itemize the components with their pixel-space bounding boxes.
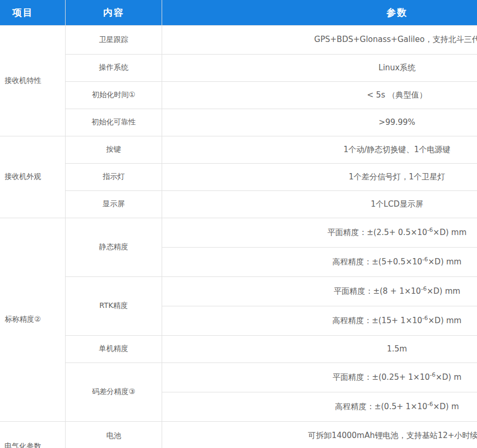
table-row: 标称精度②静态精度平面精度：±(2.5+ 0.5×10-6×D) mm <box>0 218 477 247</box>
content-label-cell: 电池 <box>66 421 162 448</box>
param-value-cell: 1个差分信号灯，1个卫星灯 <box>162 163 477 190</box>
col-header-content: 内容 <box>66 0 162 25</box>
content-label-cell: 按键 <box>66 136 162 163</box>
content-label-cell: 静态精度 <box>66 218 162 276</box>
spec-table-body: 接收机特性卫星跟踪GPS+BDS+Glonass+Galileo，支持北斗三代操… <box>0 25 477 448</box>
param-value-cell: 平面精度：±(2.5+ 0.5×10-6×D) mm <box>162 218 477 247</box>
content-label-cell: 初始化可靠性 <box>66 109 162 136</box>
spec-table: 项目 内容 参数 接收机特性卫星跟踪GPS+BDS+Glonass+Galile… <box>0 0 477 448</box>
content-label-cell: 码差分精度③ <box>66 362 162 421</box>
table-row: 初始化时间①< 5s （典型值） <box>0 81 477 109</box>
content-label-cell: 显示屏 <box>66 190 162 218</box>
param-value-cell: GPS+BDS+Glonass+Galileo，支持北斗三代 <box>162 25 477 54</box>
content-label-cell: 卫星跟踪 <box>66 25 162 54</box>
table-row: 操作系统Linux系统 <box>0 54 477 81</box>
content-label-cell: 初始化时间① <box>66 81 162 109</box>
param-value-cell: 1个LCD显示屏 <box>162 190 477 218</box>
table-row: 单机精度1.5m <box>0 335 477 362</box>
header-row: 项目 内容 参数 <box>0 0 477 25</box>
table-row: 接收机外观按键1个动/静态切换键、1个电源键 <box>0 136 477 163</box>
content-label-cell: 指示灯 <box>66 163 162 190</box>
param-value-cell: >99.99% <box>162 109 477 136</box>
content-label-cell: 操作系统 <box>66 54 162 81</box>
table-row: 电气化参数电池可拆卸14000mAh锂电池，支持基站12+小时续航 <box>0 421 477 448</box>
section-label-cell: 接收机特性 <box>0 25 66 136</box>
section-label-cell: 接收机外观 <box>0 136 66 218</box>
col-header-item: 项目 <box>0 0 66 25</box>
param-value-cell: 高程精度：±(5+0.5×10-6×D) mm <box>162 247 477 276</box>
content-label-cell: 单机精度 <box>66 335 162 362</box>
section-label-cell: 电气化参数 <box>0 421 66 448</box>
table-row: 接收机特性卫星跟踪GPS+BDS+Glonass+Galileo，支持北斗三代 <box>0 25 477 54</box>
param-value-cell: 可拆卸14000mAh锂电池，支持基站12+小时续航 <box>162 421 477 448</box>
param-value-cell: 平面精度：±(8 + 1×10-6×D) mm <box>162 276 477 306</box>
param-value-cell: < 5s （典型值） <box>162 81 477 109</box>
content-label-cell: RTK精度 <box>66 276 162 335</box>
param-value-cell: Linux系统 <box>162 54 477 81</box>
param-value-cell: 高程精度：±(15+ 1×10-6×D) mm <box>162 306 477 335</box>
table-row: 指示灯1个差分信号灯，1个卫星灯 <box>0 163 477 190</box>
section-label-cell: 标称精度② <box>0 218 66 421</box>
spec-table-viewport: 项目 内容 参数 接收机特性卫星跟踪GPS+BDS+Glonass+Galile… <box>0 0 477 448</box>
param-value-cell: 1个动/静态切换键、1个电源键 <box>162 136 477 163</box>
table-row: RTK精度平面精度：±(8 + 1×10-6×D) mm <box>0 276 477 306</box>
spec-table-header: 项目 内容 参数 <box>0 0 477 25</box>
col-header-param: 参数 <box>162 0 477 25</box>
param-value-cell: 高程精度：±(0.5+ 1×10-6×D) m <box>162 392 477 421</box>
param-value-cell: 平面精度：±(0.25+ 1×10-6×D) m <box>162 362 477 392</box>
table-row: 码差分精度③平面精度：±(0.25+ 1×10-6×D) m <box>0 362 477 392</box>
table-row: 初始化可靠性>99.99% <box>0 109 477 136</box>
table-row: 显示屏1个LCD显示屏 <box>0 190 477 218</box>
param-value-cell: 1.5m <box>162 335 477 362</box>
